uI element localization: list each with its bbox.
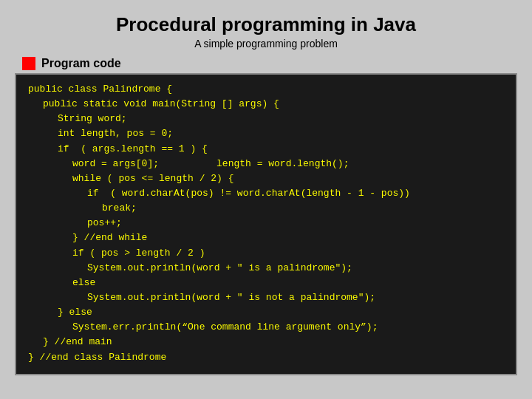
code-line: } //end main <box>28 335 504 349</box>
subtitle: A simple programming problem <box>194 38 338 50</box>
code-line: else <box>28 276 504 290</box>
code-line: word = args[0]; length = word.length(); <box>28 157 504 171</box>
code-line: if ( args.length == 1 ) { <box>28 142 504 157</box>
code-line: break; <box>28 201 504 216</box>
code-line: public static void main(String [] args) … <box>28 97 504 112</box>
section-label: Program code <box>41 57 121 70</box>
section-header: Program code <box>15 57 517 70</box>
code-line: if ( pos > length / 2 ) <box>28 246 504 261</box>
code-line: String word; <box>28 112 504 126</box>
main-title: Procedural programming in Java <box>116 13 416 36</box>
code-line: pos++; <box>28 216 504 231</box>
code-box: public class Palindrome {public static v… <box>15 73 517 375</box>
code-line: System.out.println(word + " is a palindr… <box>28 261 504 276</box>
code-line: System.out.println(word + " is not a pal… <box>28 290 504 305</box>
code-line: int length, pos = 0; <box>28 126 504 141</box>
code-line: } //end class Palindrome <box>28 350 504 365</box>
code-line: System.err.println(“One command line arg… <box>28 320 504 335</box>
code-line: } else <box>28 305 504 320</box>
code-line: if ( word.charAt(pos) != word.charAt(len… <box>28 186 504 201</box>
code-line: while ( pos <= length / 2) { <box>28 171 504 186</box>
code-line: } //end while <box>28 231 504 245</box>
red-square-icon <box>22 57 35 70</box>
code-line: public class Palindrome { <box>28 82 504 97</box>
page: Procedural programming in Java A simple … <box>0 0 532 399</box>
